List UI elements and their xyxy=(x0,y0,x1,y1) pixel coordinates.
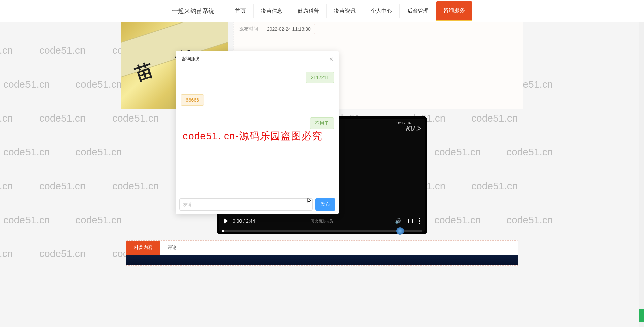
video-caption: 哥比因形演员 xyxy=(311,219,333,224)
nav-vaccine-info[interactable]: 疫苗信息 xyxy=(253,4,290,18)
more-icon[interactable] xyxy=(419,218,420,224)
dialog-title: 咨询服务 xyxy=(181,56,200,62)
video-clock: 18:17:04 xyxy=(396,121,411,125)
chat-message: 66666 xyxy=(181,94,204,106)
volume-knob[interactable] xyxy=(396,227,404,235)
chat-message: 2112211 xyxy=(306,72,334,83)
publish-time-label: 发布时间: xyxy=(239,26,259,32)
nav-home[interactable]: 首页 xyxy=(228,4,253,18)
nav-profile[interactable]: 个人中心 xyxy=(363,4,399,18)
chat-message: 不用了 xyxy=(310,117,334,129)
video-brand: KU ᐳ xyxy=(406,125,421,132)
nav-admin[interactable]: 后台管理 xyxy=(399,4,436,18)
tabs-panel: 科普内容 评论 xyxy=(126,240,518,266)
page-scrollbar[interactable] xyxy=(639,0,644,327)
video-progress[interactable] xyxy=(222,230,422,232)
nav-health[interactable]: 健康科普 xyxy=(290,4,326,18)
scroll-corner xyxy=(639,309,644,322)
close-icon[interactable]: × xyxy=(329,56,333,62)
publish-time-value: 2022-02-24 11:13:30 xyxy=(263,24,315,34)
play-icon[interactable] xyxy=(224,218,228,224)
send-button[interactable]: 发布 xyxy=(315,198,335,211)
tab-comments[interactable]: 评论 xyxy=(160,241,184,255)
tab-body xyxy=(126,255,518,265)
brand-title: 一起来约苗系统 xyxy=(172,7,214,15)
nav-consult[interactable]: 咨询服务 xyxy=(436,1,472,21)
top-navigation: 一起来约苗系统 首页 疫苗信息 健康科普 疫苗资讯 个人中心 后台管理 咨询服务 xyxy=(0,0,644,22)
red-watermark: code51. cn-源码乐园盗图必究 xyxy=(183,129,322,143)
volume-icon[interactable]: 🔊 xyxy=(395,218,402,224)
nav-news[interactable]: 疫苗资讯 xyxy=(326,4,363,18)
tab-content[interactable]: 科普内容 xyxy=(126,241,160,255)
fullscreen-icon[interactable] xyxy=(408,219,413,223)
video-time-display: 0:00 / 2:44 xyxy=(233,218,255,224)
chat-input[interactable] xyxy=(179,198,313,211)
